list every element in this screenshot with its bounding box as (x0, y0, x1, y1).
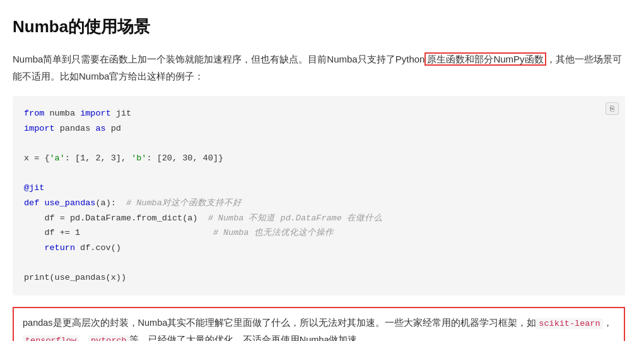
copy-button[interactable]: ⎘ (606, 102, 619, 115)
bottom-highlight-box: pandas是更高层次的封装，Numba其实不能理解它里面做了什么，所以无法对其… (13, 307, 625, 341)
code-line-3 (24, 136, 614, 151)
bottom-text-part1: pandas是更高层次的封装，Numba其实不能理解它里面做了什么，所以无法对其… (23, 318, 536, 328)
bottom-code-3: pytorch (88, 335, 129, 341)
code-line-8: df = pd.DataFrame.from_dict(a) # Numba 不… (24, 211, 614, 226)
code-line-1: from numba import jit (24, 106, 614, 121)
intro-text-before: Numba简单到只需要在函数上加一个装饰就能加速程序，但也有缺点。目前Numba… (13, 54, 424, 64)
code-line-6: @jit (24, 181, 614, 196)
code-line-7: def use_pandas(a): # Numba对这个函数支持不好 (24, 196, 614, 211)
bottom-code-1: scikit-learn (536, 318, 602, 329)
code-line-5 (24, 166, 614, 181)
bottom-text-part4: 等，已经做了大量的优化，不适合再使用Numba做加速。 (129, 335, 367, 341)
intro-highlighted: 原生函数和部分NumPy函数 (424, 52, 546, 66)
bottom-text-part3: ， (79, 335, 88, 341)
code-line-10: return df.cov() (24, 241, 614, 256)
code-line-12: print(use_pandas(x)) (24, 270, 614, 285)
intro-paragraph: Numba简单到只需要在函数上加一个装饰就能加速程序，但也有缺点。目前Numba… (13, 51, 625, 85)
bottom-text-part2: ， (603, 318, 612, 328)
code-line-11 (24, 255, 614, 270)
code-block: ⎘ from numba import jit import pandas as… (13, 96, 625, 296)
code-line-4: x = {'a': [1, 2, 3], 'b': [20, 30, 40]} (24, 151, 614, 166)
code-line-9: df += 1 # Numba 也无法优化这个操作 (24, 225, 614, 241)
bottom-code-2: tensorflow (23, 335, 79, 341)
page-title: Numba的使用场景 (13, 13, 625, 40)
code-line-2: import pandas as pd (24, 121, 614, 136)
